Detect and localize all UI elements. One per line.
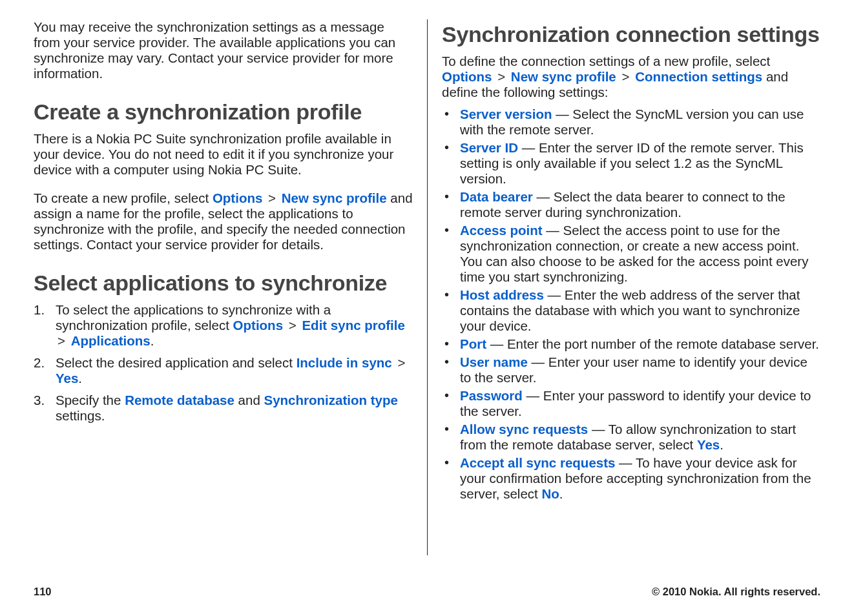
page-footer: 110 © 2010 Nokia. All rights reserved. — [34, 586, 820, 598]
page-number: 110 — [34, 586, 52, 598]
menu-options: Options — [233, 318, 283, 333]
caret-icon: > — [495, 69, 507, 84]
setting-access-point: Access point — Select the access point t… — [442, 223, 820, 285]
text: . — [78, 371, 82, 385]
desc: — Enter the port number of the remote da… — [486, 336, 819, 351]
heading-create-profile: Create a synchronization profile — [34, 99, 413, 125]
label: Port — [460, 336, 486, 351]
label: Accept all sync requests — [460, 455, 615, 470]
setting-data-bearer: Data bearer — Select the data bearer to … — [442, 189, 820, 220]
label: Access point — [460, 223, 543, 238]
right-column: Synchronization connection settings To d… — [427, 19, 820, 555]
left-column: You may receive the synchronization sett… — [34, 19, 427, 555]
setting-user-name: User name — Enter your user name to iden… — [442, 354, 820, 385]
setting-server-id: Server ID — Enter the server ID of the r… — [442, 140, 820, 187]
menu-new-sync-profile: New sync profile — [511, 69, 616, 84]
conn-intro: To define the connection settings of a n… — [442, 54, 820, 100]
menu-connection-settings: Connection settings — [635, 69, 762, 84]
label: Host address — [460, 287, 544, 302]
setting-host-address: Host address — Enter the web address of … — [442, 287, 820, 334]
heading-select-apps: Select applications to synchronize — [34, 271, 413, 296]
text: Specify the — [56, 393, 125, 407]
menu-sync-type: Synchronization type — [264, 393, 398, 407]
step-1: To select the applications to synchroniz… — [34, 302, 413, 349]
menu-edit-sync-profile: Edit sync profile — [302, 318, 404, 333]
menu-applications: Applications — [71, 333, 151, 348]
menu-options: Options — [213, 190, 262, 205]
label: Data bearer — [460, 189, 533, 204]
label: Password — [460, 388, 523, 403]
setting-port: Port — Enter the port number of the remo… — [442, 336, 820, 352]
heading-connection-settings: Synchronization connection settings — [442, 22, 820, 47]
setting-server-version: Server version — Select the SyncML versi… — [442, 107, 820, 138]
text: To create a new profile, select — [34, 190, 213, 205]
caret-icon: > — [395, 355, 407, 370]
text: and — [234, 393, 264, 407]
menu-remote-database: Remote database — [125, 393, 234, 407]
caret-icon: > — [56, 333, 67, 348]
caret-icon: > — [287, 318, 298, 333]
setting-allow-sync-requests: Allow sync requests — To allow synchroni… — [442, 422, 820, 453]
label: User name — [460, 354, 528, 369]
intro-paragraph: You may receive the synchronization sett… — [34, 19, 413, 81]
label: Server version — [460, 107, 552, 121]
page-body: You may receive the synchronization sett… — [0, 0, 854, 555]
caret-icon: > — [620, 69, 631, 84]
text: . — [151, 333, 154, 348]
copyright-text: © 2010 Nokia. All rights reserved. — [652, 586, 820, 598]
label: Allow sync requests — [460, 422, 588, 436]
caret-icon: > — [266, 190, 278, 205]
create-paragraph-2: To create a new profile, select Options … — [34, 190, 413, 252]
label: Server ID — [460, 140, 518, 155]
create-paragraph-1: There is a Nokia PC Suite synchronizatio… — [34, 131, 413, 178]
steps-list: To select the applications to synchroniz… — [34, 302, 413, 424]
settings-list: Server version — Select the SyncML versi… — [442, 107, 820, 502]
text: Select the desired application and selec… — [56, 355, 297, 370]
text: settings. — [56, 408, 105, 423]
menu-yes: Yes — [56, 371, 78, 385]
desc: . — [720, 437, 724, 452]
setting-accept-all-sync-requests: Accept all sync requests — To have your … — [442, 455, 820, 502]
menu-include-in-sync: Include in sync — [297, 355, 392, 370]
step-2: Select the desired application and selec… — [34, 355, 413, 386]
menu-options: Options — [442, 69, 492, 84]
setting-password: Password — Enter your password to identi… — [442, 388, 820, 419]
menu-yes: Yes — [697, 437, 720, 452]
text: To define the connection settings of a n… — [442, 54, 770, 68]
step-3: Specify the Remote database and Synchron… — [34, 393, 413, 424]
menu-new-sync-profile: New sync profile — [282, 190, 387, 205]
desc: . — [559, 486, 563, 501]
menu-no: No — [541, 486, 559, 501]
